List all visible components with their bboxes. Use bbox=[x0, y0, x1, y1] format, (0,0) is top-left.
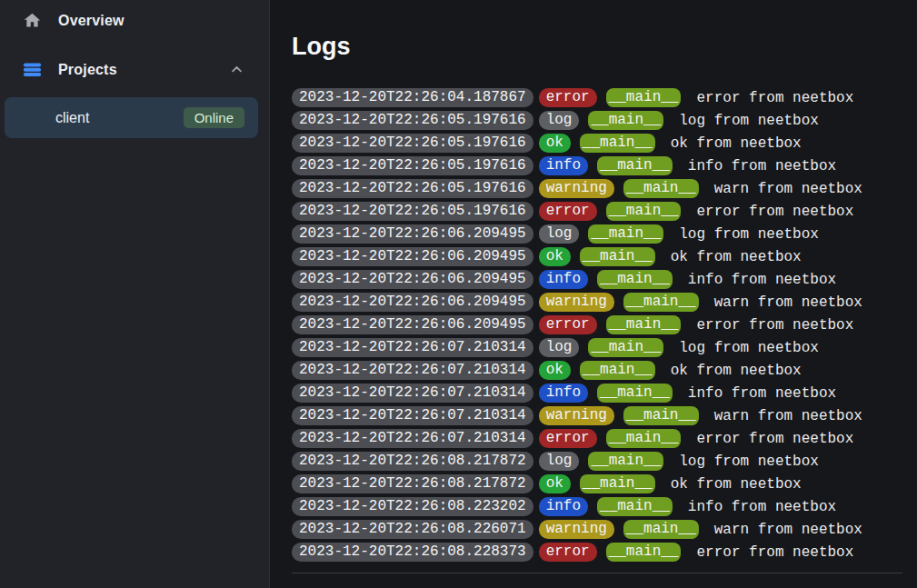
log-message: warn from neetbox bbox=[714, 522, 862, 538]
log-timestamp-badge: 2023-12-20T22:26:07.210314 bbox=[292, 429, 533, 448]
log-timestamp-badge: 2023-12-20T22:26:08.217872 bbox=[292, 452, 533, 471]
project-name: client bbox=[55, 110, 89, 126]
log-level-badge: log bbox=[539, 338, 580, 357]
log-message: warn from neetbox bbox=[714, 181, 862, 197]
log-module-badge: __main__ bbox=[623, 520, 699, 539]
log-message: info from neetbox bbox=[688, 272, 836, 288]
log-row: 2023-12-20T22:26:05.197616 warning __mai… bbox=[292, 179, 902, 198]
log-row: 2023-12-20T22:26:05.197616 error __main_… bbox=[292, 202, 902, 221]
log-module-badge: __main__ bbox=[623, 179, 699, 198]
log-module-badge: __main__ bbox=[588, 338, 663, 357]
log-timestamp-badge: 2023-12-20T22:26:08.228373 bbox=[292, 543, 533, 562]
log-level-badge: info bbox=[539, 270, 588, 289]
log-module-badge: __main__ bbox=[588, 224, 663, 244]
log-timestamp-badge: 2023-12-20T22:26:06.209495 bbox=[292, 224, 533, 244]
log-level-badge: ok bbox=[539, 134, 571, 153]
log-row: 2023-12-20T22:26:06.209495 info __main__… bbox=[292, 270, 902, 289]
log-message: info from neetbox bbox=[688, 158, 836, 174]
log-timestamp-badge: 2023-12-20T22:26:05.197616 bbox=[292, 156, 533, 175]
log-message: error from neetbox bbox=[696, 317, 853, 334]
log-level-badge: error bbox=[539, 88, 597, 107]
log-module-badge: __main__ bbox=[606, 202, 682, 221]
log-row: 2023-12-20T22:26:07.210314 warning __mai… bbox=[292, 406, 902, 425]
log-level-badge: log bbox=[539, 452, 580, 471]
log-timestamp-badge: 2023-12-20T22:26:04.187867 bbox=[292, 88, 533, 107]
log-message: error from neetbox bbox=[696, 90, 853, 106]
log-timestamp-badge: 2023-12-20T22:26:06.209495 bbox=[292, 293, 533, 312]
log-message: log from neetbox bbox=[679, 226, 819, 243]
log-row: 2023-12-20T22:26:08.217872 ok __main__ o… bbox=[292, 474, 902, 493]
log-timestamp-badge: 2023-12-20T22:26:06.209495 bbox=[292, 315, 533, 334]
log-row: 2023-12-20T22:26:08.228373 error __main_… bbox=[292, 543, 902, 562]
sidebar-item-label: Projects bbox=[58, 62, 117, 78]
log-level-badge: ok bbox=[539, 474, 571, 493]
log-level-badge: warning bbox=[539, 179, 614, 198]
log-row: 2023-12-20T22:26:07.210314 info __main__… bbox=[292, 384, 902, 403]
log-module-badge: __main__ bbox=[588, 452, 663, 471]
log-message: info from neetbox bbox=[688, 385, 836, 402]
log-level-badge: log bbox=[539, 111, 580, 130]
log-level-badge: error bbox=[539, 315, 597, 334]
log-level-badge: warning bbox=[539, 520, 614, 539]
log-message: warn from neetbox bbox=[714, 294, 862, 311]
log-message: warn from neetbox bbox=[714, 408, 862, 424]
log-row: 2023-12-20T22:26:05.197616 ok __main__ o… bbox=[292, 134, 902, 153]
log-timestamp-badge: 2023-12-20T22:26:05.197616 bbox=[292, 179, 533, 198]
log-timestamp-badge: 2023-12-20T22:26:06.209495 bbox=[292, 247, 533, 266]
log-message: error from neetbox bbox=[696, 431, 853, 447]
log-level-badge: warning bbox=[539, 293, 614, 312]
log-level-badge: log bbox=[539, 224, 580, 244]
log-module-badge: __main__ bbox=[597, 156, 673, 175]
log-timestamp-badge: 2023-12-20T22:26:08.226071 bbox=[292, 520, 533, 539]
log-module-badge: __main__ bbox=[623, 406, 699, 425]
log-module-badge: __main__ bbox=[580, 474, 655, 493]
log-timestamp-badge: 2023-12-20T22:26:05.197616 bbox=[292, 111, 533, 130]
chevron-up-icon[interactable] bbox=[230, 63, 244, 76]
log-message: log from neetbox bbox=[679, 113, 819, 129]
log-row: 2023-12-20T22:26:06.209495 log __main__ … bbox=[292, 224, 902, 244]
log-row: 2023-12-20T22:26:06.209495 ok __main__ o… bbox=[292, 247, 902, 266]
log-row: 2023-12-20T22:26:07.210314 log __main__ … bbox=[292, 338, 902, 357]
sidebar-item-label: Overview bbox=[58, 13, 125, 29]
home-icon bbox=[23, 11, 42, 30]
log-module-badge: __main__ bbox=[580, 247, 655, 266]
log-module-badge: __main__ bbox=[623, 293, 699, 312]
log-timestamp-badge: 2023-12-20T22:26:07.210314 bbox=[292, 361, 533, 380]
log-level-badge: ok bbox=[539, 361, 571, 380]
log-list[interactable]: 2023-12-20T22:26:04.187867 error __main_… bbox=[292, 88, 902, 573]
main-content: Logs 2023-12-20T22:26:04.187867 error __… bbox=[270, 0, 917, 588]
log-message: info from neetbox bbox=[688, 499, 836, 515]
log-row: 2023-12-20T22:26:05.197616 info __main__… bbox=[292, 156, 902, 175]
log-row: 2023-12-20T22:26:04.187867 error __main_… bbox=[292, 88, 902, 107]
log-message: ok from neetbox bbox=[671, 476, 802, 493]
log-message: log from neetbox bbox=[679, 340, 819, 356]
log-module-badge: __main__ bbox=[597, 384, 673, 403]
log-row: 2023-12-20T22:26:06.209495 warning __mai… bbox=[292, 293, 902, 312]
sidebar-item-projects[interactable]: Projects bbox=[0, 50, 269, 89]
log-row: 2023-12-20T22:26:07.210314 error __main_… bbox=[292, 429, 902, 448]
log-row: 2023-12-20T22:26:05.197616 log __main__ … bbox=[292, 111, 902, 130]
log-message: error from neetbox bbox=[696, 544, 853, 561]
log-module-badge: __main__ bbox=[580, 361, 655, 380]
log-level-badge: error bbox=[539, 202, 597, 221]
log-level-badge: info bbox=[539, 384, 588, 403]
log-module-badge: __main__ bbox=[597, 270, 673, 289]
page-title: Logs bbox=[292, 31, 902, 62]
log-module-badge: __main__ bbox=[597, 497, 673, 516]
log-level-badge: error bbox=[539, 543, 597, 562]
log-module-badge: __main__ bbox=[606, 429, 682, 448]
sidebar-item-client[interactable]: client Online bbox=[5, 97, 258, 138]
log-module-badge: __main__ bbox=[606, 88, 682, 107]
log-module-badge: __main__ bbox=[606, 543, 682, 562]
sidebar-item-overview[interactable]: Overview bbox=[0, 1, 269, 40]
log-message: log from neetbox bbox=[679, 453, 819, 470]
log-timestamp-badge: 2023-12-20T22:26:05.197616 bbox=[292, 202, 533, 221]
log-timestamp-badge: 2023-12-20T22:26:06.209495 bbox=[292, 270, 533, 289]
menu-bars-icon bbox=[23, 60, 42, 79]
log-message: ok from neetbox bbox=[671, 363, 802, 379]
log-level-badge: error bbox=[539, 429, 597, 448]
log-module-badge: __main__ bbox=[606, 315, 682, 334]
log-timestamp-badge: 2023-12-20T22:26:08.223202 bbox=[292, 497, 533, 516]
log-timestamp-badge: 2023-12-20T22:26:07.210314 bbox=[292, 406, 533, 425]
log-timestamp-badge: 2023-12-20T22:26:05.197616 bbox=[292, 134, 533, 153]
